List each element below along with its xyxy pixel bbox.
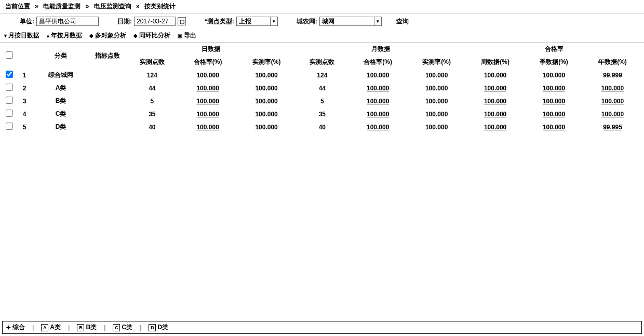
row-index: 1	[17, 69, 32, 82]
tb-compare-analysis[interactable]: ◆同环比分析	[133, 31, 170, 40]
tb-export[interactable]: ▣导出	[178, 31, 196, 40]
cell-day-pass[interactable]: 100.000	[179, 107, 237, 120]
cell-day-pass[interactable]: 100.000	[179, 120, 237, 133]
cell-day-pts: 40	[126, 120, 179, 133]
col-month-real: 实测率(%)	[407, 56, 466, 69]
calendar-icon[interactable]: ▢	[178, 17, 186, 25]
row-indicator	[89, 95, 126, 107]
tb-multi-analysis[interactable]: ◆多对象分析	[89, 31, 126, 40]
table-row: 2A类44100.000100.00044100.000100.000100.0…	[2, 82, 642, 95]
cell-year[interactable]: 100.000	[583, 95, 642, 107]
chevron-down-icon[interactable]: ▾	[270, 17, 277, 25]
row-category: B类	[32, 95, 89, 107]
unit-input[interactable]	[36, 17, 99, 26]
chevron-down-icon[interactable]: ▾	[374, 17, 381, 25]
cell-year[interactable]: 99.995	[583, 120, 642, 133]
breadcrumb-item[interactable]: 电压监测查询	[94, 3, 131, 10]
toolbar: ▾月按日数据 ▴年按月数据 ◆多对象分析 ◆同环比分析 ▣导出	[0, 29, 644, 43]
cell-week: 100.000	[466, 69, 525, 82]
tb-month-by-day[interactable]: ▾月按日数据	[4, 31, 39, 40]
data-table: 分类 指标点数 日数据 月数据 合格率 实测点数 合格率(%) 实测率(%) 实…	[2, 43, 642, 133]
col-indicator: 指标点数	[89, 43, 126, 69]
row-checkbox[interactable]	[6, 84, 13, 91]
cell-day-pts: 35	[126, 107, 179, 120]
row-index: 4	[17, 107, 32, 120]
row-category: A类	[32, 82, 89, 95]
cell-season: 100.000	[525, 69, 583, 82]
cell-day-real: 100.000	[237, 69, 296, 82]
row-indicator	[89, 82, 126, 95]
row-checkbox[interactable]	[6, 110, 13, 117]
grid-value: 城网	[320, 17, 374, 26]
cell-year[interactable]: 100.000	[583, 82, 642, 95]
cell-month-pass[interactable]: 100.000	[348, 95, 407, 107]
row-category: 综合城网	[32, 69, 89, 82]
breadcrumb-item[interactable]: 电能质量监测	[43, 3, 81, 10]
row-checkbox[interactable]	[6, 123, 13, 130]
breadcrumb-sep: »	[86, 3, 89, 10]
compare-icon: ◆	[133, 33, 138, 38]
table-row: 4C类35100.000100.00035100.000100.000100.0…	[2, 107, 642, 120]
cell-day-pts: 44	[126, 82, 179, 95]
cell-week[interactable]: 100.000	[466, 82, 525, 95]
mtype-select[interactable]: 上报 ▾	[236, 17, 278, 26]
select-all-checkbox[interactable]	[6, 51, 13, 59]
cell-day-pass: 100.000	[179, 69, 237, 82]
row-checkbox[interactable]	[6, 97, 13, 104]
chart-icon: ▴	[47, 33, 49, 38]
row-indicator	[89, 69, 126, 82]
cell-month-pts: 5	[296, 95, 349, 107]
filter-bar: 单位: 日期: ▢ *测点类型: 上报 ▾ 城农网: 城网 ▾ 查询	[0, 14, 644, 29]
cell-month-real: 100.000	[407, 107, 466, 120]
cell-season[interactable]: 100.000	[525, 95, 583, 107]
cell-year[interactable]: 100.000	[583, 107, 642, 120]
col-day-pts: 实测点数	[126, 56, 179, 69]
date-input[interactable]	[134, 17, 176, 26]
cell-day-pts: 124	[126, 69, 179, 82]
data-table-wrap: 分类 指标点数 日数据 月数据 合格率 实测点数 合格率(%) 实测率(%) 实…	[0, 43, 644, 133]
col-day-real: 实测率(%)	[237, 56, 296, 69]
row-index: 3	[17, 95, 32, 107]
cell-day-pts: 5	[126, 95, 179, 107]
breadcrumb-sep: »	[136, 3, 140, 10]
cell-season[interactable]: 100.000	[525, 120, 583, 133]
cell-day-pass[interactable]: 100.000	[179, 95, 237, 107]
col-season: 季数据(%)	[525, 56, 583, 69]
col-year: 年数据(%)	[583, 56, 642, 69]
col-week: 周数据(%)	[466, 56, 525, 69]
multi-icon: ◆	[89, 33, 93, 38]
cell-month-pass[interactable]: 100.000	[348, 82, 407, 95]
grid-select[interactable]: 城网 ▾	[319, 17, 382, 26]
table-row: 5D类40100.000100.00040100.000100.000100.0…	[2, 120, 642, 133]
cell-month-real: 100.000	[407, 120, 466, 133]
row-category: C类	[32, 107, 89, 120]
date-label: 日期:	[117, 17, 132, 26]
table-row: 3B类5100.000100.0005100.000100.000100.000…	[2, 95, 642, 107]
cell-season[interactable]: 100.000	[525, 107, 583, 120]
cell-month-pass[interactable]: 100.000	[348, 107, 407, 120]
cell-month-real: 100.000	[407, 82, 466, 95]
cell-day-pass[interactable]: 100.000	[179, 82, 237, 95]
breadcrumb-item[interactable]: 按类别统计	[144, 3, 176, 10]
tb-year-by-month[interactable]: ▴年按月数据	[47, 31, 82, 40]
row-index: 2	[17, 82, 32, 95]
breadcrumb: 当前位置 » 电能质量监测 » 电压监测查询 » 按类别统计	[0, 0, 644, 14]
col-pass-group: 合格率	[466, 43, 642, 56]
cell-day-real: 100.000	[237, 95, 296, 107]
col-day-group: 日数据	[126, 43, 296, 56]
cell-year: 99.999	[583, 69, 642, 82]
row-index: 5	[17, 120, 32, 133]
cell-week[interactable]: 100.000	[466, 95, 525, 107]
cell-day-real: 100.000	[237, 82, 296, 95]
cell-day-real: 100.000	[237, 107, 296, 120]
breadcrumb-label: 当前位置	[5, 3, 30, 10]
col-category: 分类	[32, 43, 89, 69]
cell-week[interactable]: 100.000	[466, 120, 525, 133]
row-checkbox[interactable]	[6, 71, 13, 78]
cell-month-pass[interactable]: 100.000	[348, 120, 407, 133]
cell-week[interactable]: 100.000	[466, 107, 525, 120]
mtype-value: 上报	[237, 17, 270, 26]
query-button[interactable]: 查询	[396, 17, 409, 26]
cell-season[interactable]: 100.000	[525, 82, 583, 95]
col-day-pass: 合格率(%)	[179, 56, 237, 69]
